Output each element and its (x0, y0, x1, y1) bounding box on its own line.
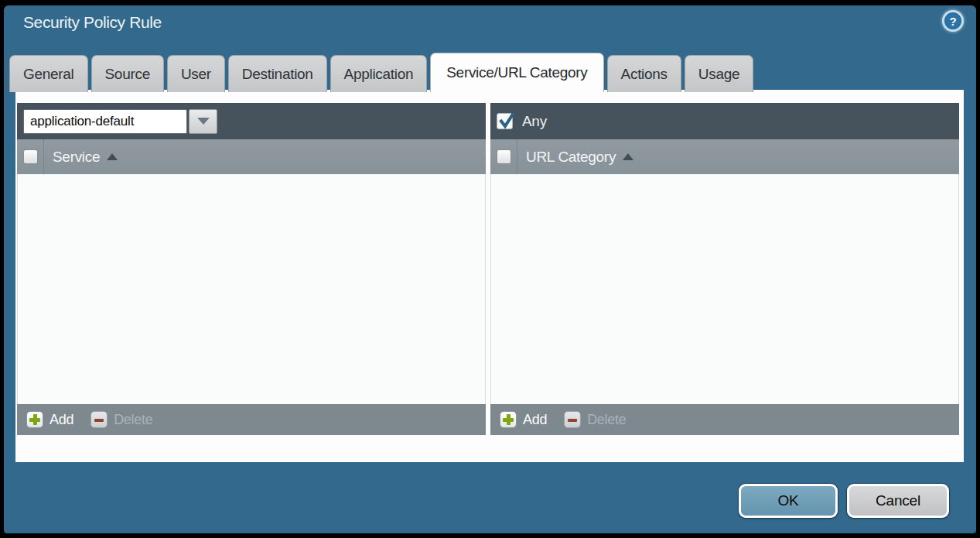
help-icon: ? (949, 15, 956, 28)
minus-icon (564, 411, 581, 428)
tab-source[interactable]: Source (91, 55, 164, 92)
tab-usage[interactable]: Usage (685, 55, 753, 92)
url-category-panel: Any URL Category Add (490, 103, 959, 435)
url-category-toolbar: Any (490, 103, 959, 139)
add-button-label: Add (50, 412, 73, 428)
tab-destination[interactable]: Destination (228, 55, 327, 92)
service-panel: Service Add Delete (17, 103, 486, 435)
checkmark-icon (498, 112, 517, 131)
service-column-header[interactable]: Service (53, 149, 100, 166)
delete-button-label: Delete (587, 412, 626, 428)
url-category-table-header: URL Category (490, 139, 959, 174)
service-select-all-checkbox[interactable] (23, 149, 38, 164)
service-list (17, 174, 486, 404)
service-footer: Add Delete (17, 404, 486, 435)
sort-ascending-icon (107, 153, 118, 160)
tab-general[interactable]: General (9, 55, 88, 92)
tab-bar: General Source User Destination Applicat… (9, 53, 753, 92)
sort-ascending-icon (623, 153, 633, 160)
security-policy-rule-dialog: Security Policy Rule ? General Source Us… (0, 0, 980, 538)
url-category-list (490, 174, 959, 404)
service-delete-button[interactable]: Delete (90, 411, 152, 428)
tab-content: Service Add Delete (15, 90, 964, 462)
add-button-label: Add (523, 412, 547, 428)
cancel-button[interactable]: Cancel (847, 484, 949, 518)
delete-button-label: Delete (114, 412, 152, 428)
url-category-column-header[interactable]: URL Category (526, 149, 616, 166)
ok-button[interactable]: OK (739, 484, 838, 518)
service-add-button[interactable]: Add (26, 411, 73, 428)
service-type-input[interactable] (23, 109, 187, 134)
service-table-header: Service (17, 139, 486, 174)
help-button[interactable]: ? (942, 10, 964, 32)
service-type-dropdown-button[interactable] (189, 109, 217, 134)
dialog-title: Security Policy Rule (23, 13, 162, 32)
plus-icon (26, 411, 43, 428)
minus-icon (90, 411, 108, 428)
tab-actions[interactable]: Actions (607, 55, 681, 92)
tab-user[interactable]: User (167, 55, 225, 92)
tab-service-url-category[interactable]: Service/URL Category (430, 53, 603, 92)
url-category-select-all-checkbox[interactable] (497, 149, 511, 164)
url-category-header-checkbox-cell (490, 139, 517, 174)
service-header-checkbox-cell (17, 139, 44, 174)
plus-icon (500, 411, 517, 428)
tab-application[interactable]: Application (330, 55, 428, 92)
dialog-surface: Security Policy Rule ? General Source Us… (4, 5, 976, 533)
any-checkbox-label: Any (522, 113, 547, 130)
url-category-delete-button[interactable]: Delete (564, 411, 626, 428)
service-type-combo (23, 109, 217, 134)
any-checkbox[interactable] (497, 113, 513, 129)
url-category-add-button[interactable]: Add (500, 411, 547, 428)
url-category-footer: Add Delete (490, 404, 959, 435)
service-toolbar (17, 103, 486, 139)
chevron-down-icon (197, 118, 210, 125)
